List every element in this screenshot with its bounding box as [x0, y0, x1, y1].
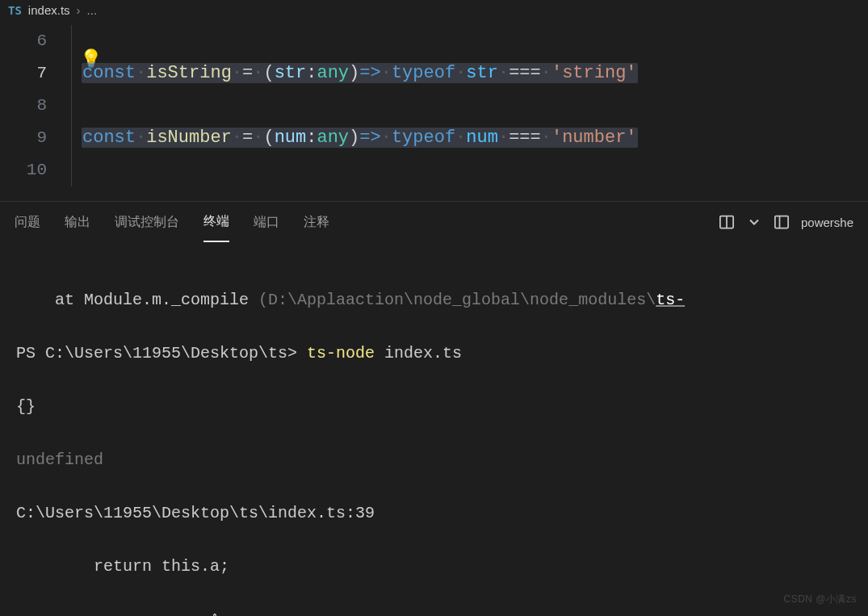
code-line: 10	[0, 154, 868, 186]
line-number: 8	[0, 90, 71, 122]
split-editor-icon[interactable]	[719, 214, 735, 230]
breadcrumb: TS index.ts › ...	[0, 0, 868, 20]
code-editor[interactable]: 6 💡 7 const·isString·=·(str:any)=>·typeo…	[0, 20, 868, 201]
breadcrumb-file[interactable]: index.ts	[28, 3, 70, 17]
chevron-right-icon: ›	[77, 3, 81, 17]
indent-guide	[71, 154, 72, 186]
indent-guide	[71, 90, 72, 122]
tab-ports[interactable]: 端口	[254, 203, 279, 241]
terminal-shell-label[interactable]: powershe	[801, 216, 853, 229]
tab-output[interactable]: 输出	[65, 203, 90, 241]
line-number: 6	[0, 25, 71, 57]
code-line: 8	[0, 90, 868, 122]
code-line: 6 💡	[0, 25, 868, 57]
line-number: 7	[0, 57, 71, 90]
terminal-output[interactable]: at Module.m._compile (D:\Applaaction\nod…	[0, 242, 868, 616]
chevron-down-icon[interactable]	[746, 214, 762, 230]
svg-rect-2	[775, 216, 788, 228]
tab-problems[interactable]: 问题	[15, 203, 40, 241]
code-text[interactable]: const·isString·=·(str:any)=>·typeof·str·…	[72, 57, 868, 90]
indent-guide	[71, 25, 72, 57]
code-text[interactable]: const·isNumber·=·(num:any)=>·typeof·num·…	[72, 122, 868, 154]
watermark: CSDN @小满zs	[783, 593, 857, 606]
panel-layout-icon[interactable]	[774, 214, 790, 230]
line-number: 9	[0, 122, 71, 154]
code-line: 9 const·isNumber·=·(num:any)=>·typeof·nu…	[0, 122, 868, 154]
line-number: 10	[0, 154, 71, 186]
tab-debug-console[interactable]: 调试控制台	[115, 203, 179, 241]
tab-comments[interactable]: 注释	[304, 203, 329, 241]
tab-terminal[interactable]: 终端	[203, 202, 229, 242]
breadcrumb-more[interactable]: ...	[87, 3, 98, 17]
code-line: 7 const·isString·=·(str:any)=>·typeof·st…	[0, 57, 868, 90]
file-type-badge: TS	[8, 4, 22, 17]
bottom-panel: 问题 输出 调试控制台 终端 端口 注释 powershe at Module	[0, 201, 868, 616]
panel-tabs: 问题 输出 调试控制台 终端 端口 注释 powershe	[0, 202, 868, 242]
